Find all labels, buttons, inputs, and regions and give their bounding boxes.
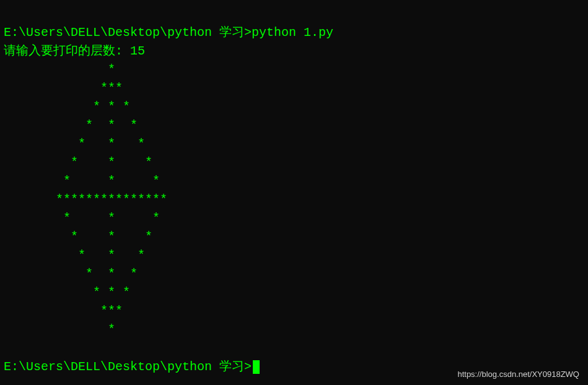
output-line: * * * — [4, 118, 138, 132]
output-line: * — [4, 63, 115, 77]
output-line: *************** — [4, 192, 167, 207]
output-line: * * * — [4, 155, 152, 170]
output-line: * * * — [4, 267, 138, 281]
cursor[interactable] — [253, 360, 260, 374]
command-1: python 1.py — [252, 25, 333, 40]
output-line: * * * — [4, 137, 145, 151]
input-prompt-line: 请输入要打印的层数: 15 — [4, 44, 145, 58]
terminal-output[interactable]: E:\Users\DELL\Desktop\python 学习>python 1… — [4, 5, 584, 376]
output-line: * * * — [4, 285, 130, 300]
output-line: * — [4, 322, 115, 337]
prompt-path-1: E:\Users\DELL\Desktop\python 学习> — [4, 25, 252, 40]
output-line: * * * — [4, 100, 130, 114]
output-line: * * * — [4, 248, 145, 262]
output-line: *** — [4, 81, 123, 95]
output-line: * * * — [4, 174, 160, 188]
watermark: https://blog.csdn.net/XY0918ZWQ — [457, 370, 579, 379]
output-line: *** — [4, 304, 123, 318]
prompt-path-2: E:\Users\DELL\Desktop\python 学习> — [4, 360, 252, 374]
output-line: * * * — [4, 230, 152, 244]
output-line: * * * — [4, 211, 160, 225]
